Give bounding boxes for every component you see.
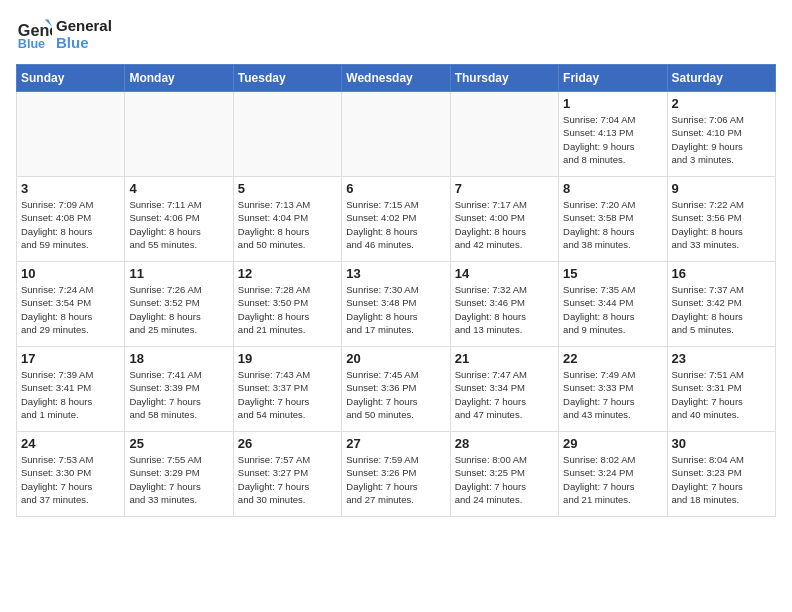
day-cell: 5Sunrise: 7:13 AMSunset: 4:04 PMDaylight… — [233, 177, 341, 262]
day-number: 21 — [455, 351, 554, 366]
week-row-3: 10Sunrise: 7:24 AMSunset: 3:54 PMDayligh… — [17, 262, 776, 347]
day-info: Sunrise: 8:00 AMSunset: 3:25 PMDaylight:… — [455, 453, 554, 506]
weekday-header-friday: Friday — [559, 65, 667, 92]
day-info: Sunrise: 7:26 AMSunset: 3:52 PMDaylight:… — [129, 283, 228, 336]
day-info: Sunrise: 7:17 AMSunset: 4:00 PMDaylight:… — [455, 198, 554, 251]
day-info: Sunrise: 7:35 AMSunset: 3:44 PMDaylight:… — [563, 283, 662, 336]
day-number: 13 — [346, 266, 445, 281]
day-cell: 3Sunrise: 7:09 AMSunset: 4:08 PMDaylight… — [17, 177, 125, 262]
day-info: Sunrise: 7:39 AMSunset: 3:41 PMDaylight:… — [21, 368, 120, 421]
day-info: Sunrise: 7:22 AMSunset: 3:56 PMDaylight:… — [672, 198, 771, 251]
day-info: Sunrise: 7:09 AMSunset: 4:08 PMDaylight:… — [21, 198, 120, 251]
day-cell — [233, 92, 341, 177]
day-number: 2 — [672, 96, 771, 111]
day-cell: 15Sunrise: 7:35 AMSunset: 3:44 PMDayligh… — [559, 262, 667, 347]
weekday-header-wednesday: Wednesday — [342, 65, 450, 92]
day-info: Sunrise: 7:15 AMSunset: 4:02 PMDaylight:… — [346, 198, 445, 251]
day-info: Sunrise: 7:55 AMSunset: 3:29 PMDaylight:… — [129, 453, 228, 506]
day-info: Sunrise: 7:41 AMSunset: 3:39 PMDaylight:… — [129, 368, 228, 421]
day-info: Sunrise: 8:02 AMSunset: 3:24 PMDaylight:… — [563, 453, 662, 506]
day-cell: 4Sunrise: 7:11 AMSunset: 4:06 PMDaylight… — [125, 177, 233, 262]
day-cell: 26Sunrise: 7:57 AMSunset: 3:27 PMDayligh… — [233, 432, 341, 517]
weekday-header-monday: Monday — [125, 65, 233, 92]
day-cell: 8Sunrise: 7:20 AMSunset: 3:58 PMDaylight… — [559, 177, 667, 262]
day-number: 24 — [21, 436, 120, 451]
day-cell: 7Sunrise: 7:17 AMSunset: 4:00 PMDaylight… — [450, 177, 558, 262]
day-number: 3 — [21, 181, 120, 196]
day-info: Sunrise: 7:24 AMSunset: 3:54 PMDaylight:… — [21, 283, 120, 336]
week-row-5: 24Sunrise: 7:53 AMSunset: 3:30 PMDayligh… — [17, 432, 776, 517]
day-cell: 13Sunrise: 7:30 AMSunset: 3:48 PMDayligh… — [342, 262, 450, 347]
logo-blue: Blue — [56, 34, 112, 51]
day-number: 10 — [21, 266, 120, 281]
day-number: 26 — [238, 436, 337, 451]
day-info: Sunrise: 7:57 AMSunset: 3:27 PMDaylight:… — [238, 453, 337, 506]
day-info: Sunrise: 7:11 AMSunset: 4:06 PMDaylight:… — [129, 198, 228, 251]
day-info: Sunrise: 7:51 AMSunset: 3:31 PMDaylight:… — [672, 368, 771, 421]
day-cell: 17Sunrise: 7:39 AMSunset: 3:41 PMDayligh… — [17, 347, 125, 432]
day-number: 6 — [346, 181, 445, 196]
weekday-header-sunday: Sunday — [17, 65, 125, 92]
day-number: 16 — [672, 266, 771, 281]
logo-icon: General Blue — [16, 16, 52, 52]
day-cell: 30Sunrise: 8:04 AMSunset: 3:23 PMDayligh… — [667, 432, 775, 517]
day-number: 30 — [672, 436, 771, 451]
calendar: SundayMondayTuesdayWednesdayThursdayFrid… — [16, 64, 776, 517]
day-number: 5 — [238, 181, 337, 196]
day-cell: 19Sunrise: 7:43 AMSunset: 3:37 PMDayligh… — [233, 347, 341, 432]
day-number: 29 — [563, 436, 662, 451]
day-cell: 9Sunrise: 7:22 AMSunset: 3:56 PMDaylight… — [667, 177, 775, 262]
weekday-header-saturday: Saturday — [667, 65, 775, 92]
day-info: Sunrise: 7:43 AMSunset: 3:37 PMDaylight:… — [238, 368, 337, 421]
day-cell: 12Sunrise: 7:28 AMSunset: 3:50 PMDayligh… — [233, 262, 341, 347]
day-info: Sunrise: 7:13 AMSunset: 4:04 PMDaylight:… — [238, 198, 337, 251]
day-info: Sunrise: 8:04 AMSunset: 3:23 PMDaylight:… — [672, 453, 771, 506]
day-cell: 25Sunrise: 7:55 AMSunset: 3:29 PMDayligh… — [125, 432, 233, 517]
day-cell: 1Sunrise: 7:04 AMSunset: 4:13 PMDaylight… — [559, 92, 667, 177]
day-cell: 10Sunrise: 7:24 AMSunset: 3:54 PMDayligh… — [17, 262, 125, 347]
day-cell: 24Sunrise: 7:53 AMSunset: 3:30 PMDayligh… — [17, 432, 125, 517]
day-number: 8 — [563, 181, 662, 196]
day-info: Sunrise: 7:59 AMSunset: 3:26 PMDaylight:… — [346, 453, 445, 506]
day-number: 4 — [129, 181, 228, 196]
day-cell: 6Sunrise: 7:15 AMSunset: 4:02 PMDaylight… — [342, 177, 450, 262]
day-cell: 29Sunrise: 8:02 AMSunset: 3:24 PMDayligh… — [559, 432, 667, 517]
day-info: Sunrise: 7:47 AMSunset: 3:34 PMDaylight:… — [455, 368, 554, 421]
day-number: 19 — [238, 351, 337, 366]
logo: General Blue General Blue — [16, 16, 112, 52]
day-number: 14 — [455, 266, 554, 281]
day-info: Sunrise: 7:04 AMSunset: 4:13 PMDaylight:… — [563, 113, 662, 166]
day-info: Sunrise: 7:53 AMSunset: 3:30 PMDaylight:… — [21, 453, 120, 506]
day-cell: 14Sunrise: 7:32 AMSunset: 3:46 PMDayligh… — [450, 262, 558, 347]
day-number: 11 — [129, 266, 228, 281]
day-number: 25 — [129, 436, 228, 451]
day-cell — [342, 92, 450, 177]
day-info: Sunrise: 7:32 AMSunset: 3:46 PMDaylight:… — [455, 283, 554, 336]
day-cell: 16Sunrise: 7:37 AMSunset: 3:42 PMDayligh… — [667, 262, 775, 347]
day-number: 27 — [346, 436, 445, 451]
day-info: Sunrise: 7:28 AMSunset: 3:50 PMDaylight:… — [238, 283, 337, 336]
day-info: Sunrise: 7:49 AMSunset: 3:33 PMDaylight:… — [563, 368, 662, 421]
day-cell: 2Sunrise: 7:06 AMSunset: 4:10 PMDaylight… — [667, 92, 775, 177]
day-cell — [450, 92, 558, 177]
day-number: 17 — [21, 351, 120, 366]
svg-text:Blue: Blue — [18, 37, 45, 51]
svg-text:General: General — [18, 21, 52, 39]
day-info: Sunrise: 7:20 AMSunset: 3:58 PMDaylight:… — [563, 198, 662, 251]
day-cell: 23Sunrise: 7:51 AMSunset: 3:31 PMDayligh… — [667, 347, 775, 432]
day-cell: 21Sunrise: 7:47 AMSunset: 3:34 PMDayligh… — [450, 347, 558, 432]
week-row-4: 17Sunrise: 7:39 AMSunset: 3:41 PMDayligh… — [17, 347, 776, 432]
day-cell: 11Sunrise: 7:26 AMSunset: 3:52 PMDayligh… — [125, 262, 233, 347]
day-cell: 18Sunrise: 7:41 AMSunset: 3:39 PMDayligh… — [125, 347, 233, 432]
weekday-header-thursday: Thursday — [450, 65, 558, 92]
day-cell: 28Sunrise: 8:00 AMSunset: 3:25 PMDayligh… — [450, 432, 558, 517]
day-number: 1 — [563, 96, 662, 111]
day-number: 7 — [455, 181, 554, 196]
day-number: 20 — [346, 351, 445, 366]
day-info: Sunrise: 7:30 AMSunset: 3:48 PMDaylight:… — [346, 283, 445, 336]
logo-general: General — [56, 17, 112, 34]
day-cell — [125, 92, 233, 177]
weekday-header-tuesday: Tuesday — [233, 65, 341, 92]
week-row-1: 1Sunrise: 7:04 AMSunset: 4:13 PMDaylight… — [17, 92, 776, 177]
day-info: Sunrise: 7:06 AMSunset: 4:10 PMDaylight:… — [672, 113, 771, 166]
